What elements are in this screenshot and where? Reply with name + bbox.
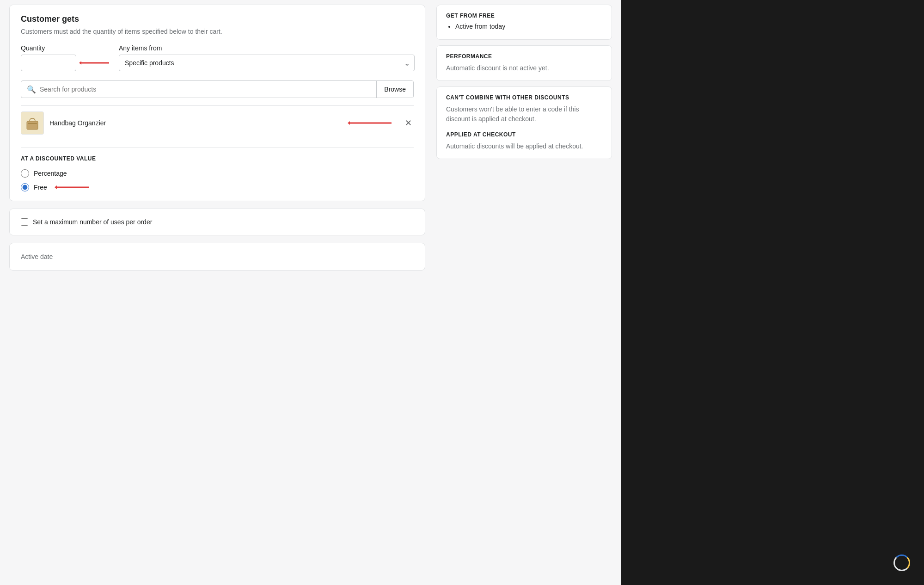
- product-type-select-wrapper: Specific products Specific collections ⌄: [119, 55, 415, 71]
- customer-gets-title: Customer gets: [21, 14, 414, 24]
- any-items-field-group: Any items from Specific products Specifi…: [119, 44, 415, 71]
- active-date-partial-title: Active date: [21, 253, 53, 260]
- summary-item: Active from today: [455, 23, 602, 30]
- svg-marker-1: [79, 61, 81, 65]
- performance-title: PERFORMANCE: [446, 53, 602, 60]
- free-arrow-annotation: [55, 184, 92, 191]
- quantity-input-wrapper: 1: [21, 55, 111, 71]
- quantity-field-group: Quantity 1: [21, 44, 111, 71]
- svg-rect-3: [28, 123, 37, 124]
- svg-marker-7: [55, 185, 57, 189]
- svg-rect-2: [27, 121, 38, 129]
- summary-title: GET FROM FREE: [446, 12, 602, 19]
- svg-marker-5: [348, 121, 350, 125]
- applied-text: Automatic discounts will be applied at c…: [446, 142, 602, 151]
- cant-combine-text: Customers won't be able to enter a code …: [446, 105, 602, 124]
- maximum-uses-option: Set a maximum number of uses per order: [21, 218, 414, 226]
- quantity-arrow-annotation: [79, 59, 111, 67]
- product-arrow-annotation: [348, 119, 394, 127]
- maximum-uses-label: Set a maximum number of uses per order: [33, 218, 152, 226]
- summary-list: Active from today: [446, 23, 602, 30]
- divider: [21, 148, 414, 148]
- maximum-uses-checkbox[interactable]: [21, 218, 28, 226]
- product-search-input[interactable]: [40, 86, 371, 93]
- loading-spinner: [893, 554, 910, 571]
- cant-combine-title: CAN'T COMBINE WITH OTHER DISCOUNTS: [446, 94, 602, 101]
- product-remove-button[interactable]: ✕: [403, 116, 414, 130]
- percentage-option[interactable]: Percentage: [21, 169, 414, 178]
- product-name: Handbag Organzier: [49, 119, 342, 127]
- maximum-uses-card: Set a maximum number of uses per order: [9, 209, 425, 235]
- right-sidebar: GET FROM FREE Active from today PERFORMA…: [436, 5, 612, 271]
- percentage-label: Percentage: [34, 170, 67, 177]
- product-item: Handbag Organzier ✕: [21, 105, 414, 140]
- customer-gets-card: Customer gets Customers must add the qua…: [9, 5, 425, 201]
- product-type-select[interactable]: Specific products Specific collections: [119, 55, 415, 71]
- quantity-product-row: Quantity 1: [21, 44, 414, 71]
- performance-card: PERFORMANCE Automatic discount is not ac…: [436, 45, 612, 81]
- spinner-circle: [893, 554, 910, 571]
- discounted-value-title: AT A DISCOUNTED VALUE: [21, 155, 414, 162]
- discount-type-radio-group: Percentage Free: [21, 169, 414, 191]
- free-option[interactable]: Free: [21, 183, 414, 191]
- product-search-bar: 🔍 Browse: [21, 80, 414, 98]
- applied-title: APPLIED AT CHECKOUT: [446, 131, 602, 138]
- discounted-value-section: AT A DISCOUNTED VALUE Percentage Free: [21, 155, 414, 191]
- percentage-radio[interactable]: [21, 169, 29, 178]
- product-thumbnail: [21, 111, 44, 135]
- quantity-label: Quantity: [21, 44, 111, 52]
- customer-gets-description: Customers must add the quantity of items…: [21, 28, 414, 35]
- search-icon: 🔍: [27, 85, 36, 94]
- any-items-label: Any items from: [119, 44, 415, 52]
- free-label: Free: [34, 184, 47, 191]
- free-radio[interactable]: [21, 183, 29, 191]
- summary-card: GET FROM FREE Active from today: [436, 5, 612, 40]
- performance-text: Automatic discount is not active yet.: [446, 63, 602, 73]
- active-date-card: Active date: [9, 243, 425, 271]
- browse-button[interactable]: Browse: [376, 81, 413, 98]
- quantity-input[interactable]: 1: [27, 59, 45, 67]
- cant-combine-card: CAN'T COMBINE WITH OTHER DISCOUNTS Custo…: [436, 86, 612, 159]
- search-input-wrapper: 🔍: [21, 81, 376, 98]
